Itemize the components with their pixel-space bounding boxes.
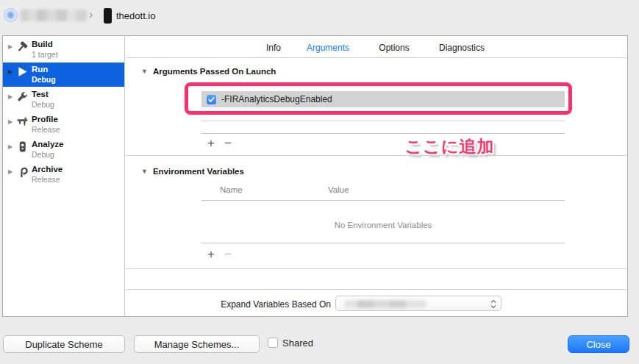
popup-stepper-icon: [490, 298, 497, 310]
highlight-annotation-rectangle: [185, 82, 572, 115]
sidebar-item-build[interactable]: ▶ Build 1 target: [3, 38, 124, 62]
analyze-icon: [16, 140, 29, 153]
sidebar-item-profile[interactable]: ▶ Profile Release: [3, 113, 124, 137]
sidebar-item-sublabel: Release: [32, 125, 60, 135]
sidebar-item-test[interactable]: ▶ Test Debug: [3, 88, 124, 112]
expand-variables-label: Expand Variables Based On: [184, 299, 331, 310]
table-bottom-divider: [201, 133, 565, 134]
sidebar-item-sublabel: Release: [32, 175, 63, 185]
shared-label: Shared: [282, 338, 313, 349]
sidebar-item-label: Build: [32, 40, 58, 49]
sidebar-item-sublabel: Debug: [32, 75, 56, 85]
scheme-actions-sidebar: ▶ Build 1 target ▶ Run Debug ▶ Test Debu…: [2, 35, 125, 317]
section-title: Environment Variables: [153, 167, 244, 176]
table-row-divider: [201, 121, 565, 121]
column-header-value: Value: [328, 185, 349, 194]
archive-icon: [16, 165, 29, 178]
sidebar-item-analyze[interactable]: ▶ Analyze Debug: [3, 138, 124, 162]
breadcrumb-chevron-icon: ›: [89, 8, 93, 21]
redacted-scheme-name: [21, 10, 87, 21]
sidebar-item-archive[interactable]: ▶ Archive Release: [3, 163, 124, 187]
tab-arguments[interactable]: Arguments: [307, 43, 349, 53]
tab-options[interactable]: Options: [379, 43, 409, 53]
sidebar-item-label: Analyze: [32, 140, 63, 149]
add-variable-button[interactable]: +: [207, 248, 215, 260]
disclosure-triangle-icon[interactable]: ▶: [8, 40, 15, 50]
table-header-divider: [201, 200, 565, 201]
disclosure-triangle-icon[interactable]: ▶: [8, 65, 15, 75]
section-divider: [126, 155, 626, 156]
tab-info[interactable]: Info: [266, 43, 281, 53]
footer-divider: [126, 289, 626, 290]
play-icon: [16, 65, 29, 78]
disclosure-triangle-icon[interactable]: ▶: [8, 115, 15, 125]
sidebar-item-label: Profile: [32, 115, 60, 124]
shared-checkbox-unchecked[interactable]: [268, 338, 278, 348]
disclosure-triangle-icon[interactable]: ▶: [8, 140, 15, 150]
disclosure-triangle-icon[interactable]: ▶: [8, 90, 15, 100]
sidebar-item-sublabel: Debug: [32, 100, 54, 110]
remove-argument-button[interactable]: −: [224, 137, 232, 149]
section-disclosure-icon[interactable]: ▼: [141, 68, 148, 75]
section-title: Arguments Passed On Launch: [153, 67, 276, 76]
table-bottom-divider: [201, 243, 565, 243]
sidebar-item-sublabel: 1 target: [32, 50, 58, 60]
destination-name: thedott.io: [116, 10, 156, 21]
tab-diagnostics[interactable]: Diagnostics: [439, 43, 485, 53]
expand-variables-popup[interactable]: [335, 296, 501, 311]
section-divider: [126, 268, 626, 269]
column-header-name: Name: [220, 185, 243, 194]
arguments-section-header: ▼ Arguments Passed On Launch: [141, 67, 276, 76]
sidebar-item-sublabel: Debug: [32, 150, 63, 160]
manage-schemes-button[interactable]: Manage Schemes...: [134, 335, 260, 353]
empty-placeholder: No Environment Variables: [201, 221, 565, 229]
redacted-popup-value: [345, 300, 426, 308]
wrench-icon: [16, 90, 29, 103]
remove-variable-button[interactable]: −: [224, 248, 232, 260]
environment-section-header: ▼ Environment Variables: [141, 167, 244, 176]
hammer-icon: [16, 40, 29, 53]
disclosure-triangle-icon[interactable]: ▶: [8, 165, 15, 175]
sidebar-item-label: Archive: [32, 165, 63, 174]
caliper-icon: [16, 115, 29, 128]
tabbar-divider: [126, 57, 626, 58]
edit-scheme-dialog: › thedott.io ▶ Build 1 target ▶ Run Debu…: [0, 0, 639, 364]
iphone-icon: [102, 7, 113, 24]
sidebar-item-run[interactable]: ▶ Run Debug: [3, 63, 124, 87]
add-argument-button[interactable]: +: [207, 137, 215, 149]
sidebar-item-label: Test: [32, 90, 54, 99]
section-disclosure-icon[interactable]: ▼: [141, 168, 148, 175]
scheme-target-icon: [4, 8, 18, 22]
close-button[interactable]: Close: [568, 335, 629, 353]
duplicate-scheme-button[interactable]: Duplicate Scheme: [3, 335, 125, 353]
sidebar-item-label: Run: [32, 65, 56, 74]
